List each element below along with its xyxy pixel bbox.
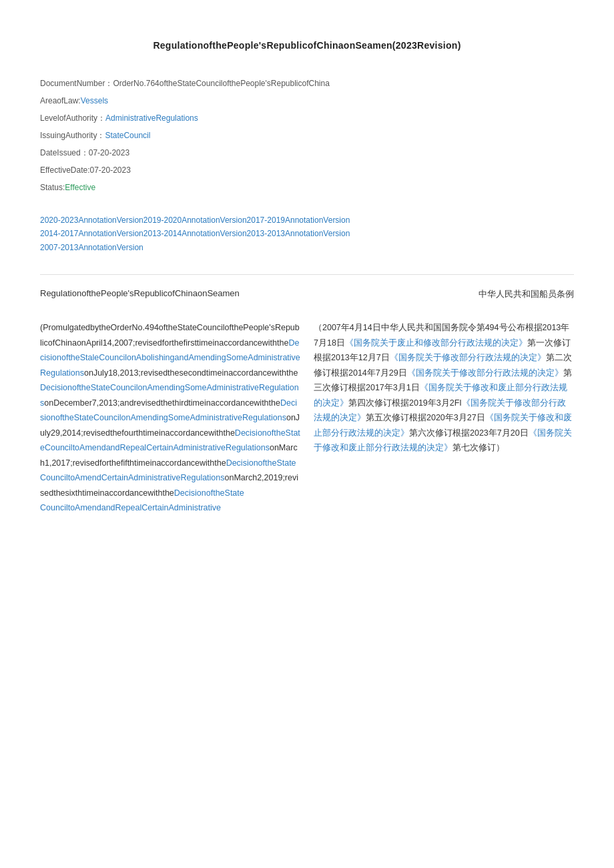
annotation-links: 2020-2023AnnotationVersion2019-2020Annot…	[40, 213, 574, 254]
date-issued-label: DateIssued：	[40, 148, 89, 157]
annotation-link-4[interactable]: 2014-2017AnnotationVersion	[40, 229, 143, 238]
bilingual-title-chinese: 中华人民共和国船员条例	[307, 288, 574, 300]
meta-document-number: DocumentNumber：OrderNo.764oftheStateCoun…	[40, 77, 574, 89]
doc-number-value: OrderNo.764oftheStateCouncilofthePeople'…	[113, 79, 330, 88]
page-title: RegulationofthePeople'sRepublicofChinaon…	[40, 40, 574, 51]
effective-date-value: 07-20-2023	[89, 165, 130, 175]
effective-date-label: EffectiveDate:	[40, 165, 89, 175]
meta-section: DocumentNumber：OrderNo.764oftheStateCoun…	[40, 77, 574, 193]
en-link-6[interactable]: DecisionoftheState	[174, 488, 244, 498]
meta-status: Status:Effective	[40, 181, 574, 193]
zh-text-8: 第七次修订）	[452, 443, 505, 452]
en-text-intro: (PromulgatedbytheOrderNo.494oftheStateCo…	[40, 323, 300, 348]
annotation-link-2[interactable]: 2019-2020AnnotationVersion	[143, 215, 247, 225]
zh-link-1[interactable]: 《国务院关于废止和修改部分行政法规的决定》	[345, 338, 527, 348]
en-text-2: onJuly18,2013;revisedthesecondtimeinacco…	[84, 368, 298, 378]
meta-level-of-authority: LevelofAuthority：AdministrativeRegulatio…	[40, 112, 574, 124]
date-issued-value: 07-20-2023	[89, 148, 129, 157]
area-of-law-link[interactable]: Vessels	[81, 96, 108, 105]
doc-number-label: DocumentNumber：	[40, 79, 113, 88]
english-column: (PromulgatedbytheOrderNo.494oftheStateCo…	[40, 320, 300, 516]
level-authority-link[interactable]: AdministrativeRegulations	[105, 113, 198, 123]
zh-link-2[interactable]: 《国务院关于修改部分行政法规的决定》	[390, 353, 546, 362]
annotation-link-1[interactable]: 2020-2023AnnotationVersion	[40, 215, 143, 225]
content-section: (PromulgatedbytheOrderNo.494oftheStateCo…	[40, 320, 574, 516]
area-of-law-label: AreaofLaw:	[40, 96, 81, 105]
issuing-authority-label: IssuingAuthority：	[40, 131, 105, 140]
zh-text-5: 第四次修订根据2019年3月2FI	[348, 398, 462, 408]
annotation-link-7[interactable]: 2007-2013AnnotationVersion	[40, 243, 143, 252]
en-text-3: onDecember7,2013;andrevisedthethirdtimei…	[44, 398, 280, 408]
bilingual-title-english: RegulationofthePeople'sRepublicofChinaon…	[40, 288, 307, 298]
status-value: Effective	[65, 183, 95, 192]
meta-effective-date: EffectiveDate:07-20-2023	[40, 164, 574, 176]
meta-area-of-law: AreaofLaw:Vessels	[40, 95, 574, 107]
en-link-7[interactable]: CounciltoAmendandRepealCertainAdministra…	[40, 503, 221, 512]
zh-text-6: 第五次修订根据2020年3月27日	[366, 413, 485, 422]
status-label: Status:	[40, 183, 65, 192]
level-authority-label: LevelofAuthority：	[40, 113, 105, 123]
zh-link-3[interactable]: 《国务院关于修改部分行政法规的决定》	[407, 368, 563, 378]
meta-issuing-authority: IssuingAuthority：StateCouncil	[40, 129, 574, 141]
issuing-authority-link[interactable]: StateCouncil	[105, 131, 150, 140]
section-divider	[40, 274, 574, 275]
annotation-link-5[interactable]: 2013-2014AnnotationVersion	[143, 229, 247, 238]
bilingual-header: RegulationofthePeople'sRepublicofChinaon…	[40, 288, 574, 300]
annotation-link-3[interactable]: 2017-2019AnnotationVersion	[247, 215, 350, 225]
annotations-section: 2020-2023AnnotationVersion2019-2020Annot…	[40, 213, 574, 254]
meta-date-issued: DateIssued：07-20-2023	[40, 147, 574, 159]
chinese-column: （2007年4月14日中华人民共和国国务院令第494号公布根据2013年7月18…	[314, 320, 574, 516]
zh-text-7: 第六次修订根据2023年7月20日	[409, 428, 529, 438]
annotation-link-6[interactable]: 2013-2013AnnotationVersion	[247, 229, 350, 238]
